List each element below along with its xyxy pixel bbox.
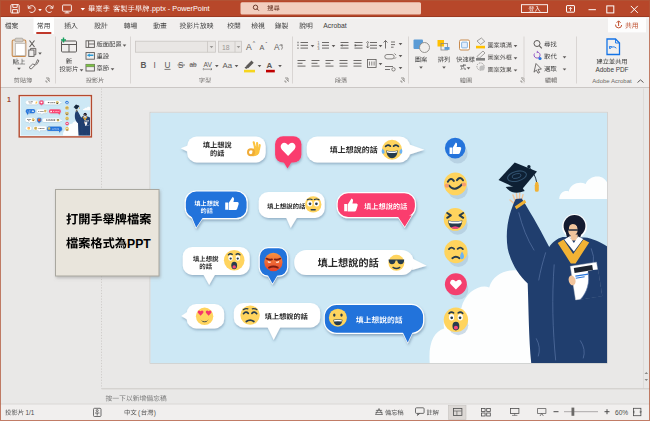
svg-text:1/1: 1/1 [26,409,35,416]
svg-text:60%: 60% [615,409,628,416]
svg-text:A: A [260,43,265,52]
svg-text:PPT: PPT [127,237,151,251]
svg-text:18: 18 [222,44,230,51]
svg-text:I: I [154,61,156,70]
svg-text:A: A [246,42,252,52]
svg-text:): ) [154,409,156,417]
svg-text:Aa: Aa [223,61,233,70]
svg-text:Adobe PDF: Adobe PDF [595,66,628,73]
svg-text:3: 3 [318,47,320,51]
svg-text:AV: AV [204,61,213,68]
svg-text:B: B [141,61,147,70]
svg-text:.pptx - PowerPoint: .pptx - PowerPoint [150,4,210,13]
svg-text:1: 1 [7,96,11,103]
svg-text:U: U [165,61,171,70]
svg-text:A: A [267,61,273,70]
svg-text:A: A [274,43,280,52]
svg-text:Adobe Acrobat: Adobe Acrobat [592,78,632,84]
svg-text:S: S [178,61,184,70]
svg-text:Acrobat: Acrobat [323,22,347,29]
